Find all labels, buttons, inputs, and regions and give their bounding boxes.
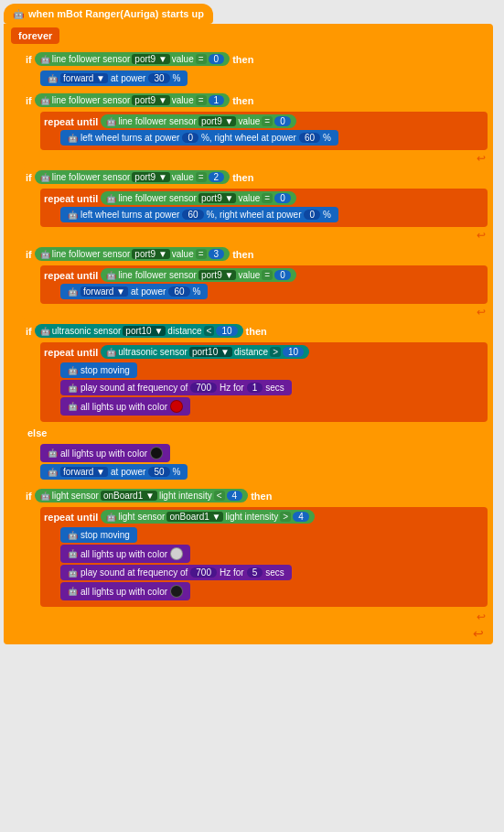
if-keyword-2: if xyxy=(26,95,32,106)
repeat-until-light: repeat until 🤖 light sensor onBoard1 ▼ l… xyxy=(40,507,488,607)
if-keyword-3: if xyxy=(26,172,32,183)
stop-moving-label: stop moving xyxy=(80,365,130,375)
forever-wrapper: forever if 🤖 line follower sensor port9 … xyxy=(4,24,493,644)
color-dot-dark[interactable] xyxy=(170,585,183,598)
forward-icon-1: 🤖 xyxy=(48,74,58,83)
if-block-4: if 🤖 line follower sensor port9 ▼ value … xyxy=(22,244,489,319)
sc1-label: value xyxy=(172,54,194,64)
then-keyword-3: then xyxy=(232,172,253,183)
repeat-cond-light[interactable]: 🤖 light sensor onBoard1 ▼ light intensit… xyxy=(101,510,314,524)
stop-moving-action[interactable]: 🤖 stop moving xyxy=(60,362,137,378)
lights-black-action[interactable]: 🤖 all lights up with color xyxy=(40,444,170,462)
forever-label: forever xyxy=(18,30,52,41)
hat-block[interactable]: 🤖 when mBot Ranger(Auriga) starts up xyxy=(4,4,213,24)
corner-4: ↩ xyxy=(22,306,489,319)
corner-2: ↩ xyxy=(22,152,489,165)
forever-block[interactable]: forever xyxy=(11,27,59,44)
if-keyword-1: if xyxy=(26,54,32,65)
if-keyword-4: if xyxy=(26,249,32,260)
sensor-condition-ultra[interactable]: 🤖 ultrasonic sensor port10 ▼ distance < … xyxy=(35,324,243,338)
repeat-until-ultra: repeat until 🤖 ultrasonic sensor port10 … xyxy=(40,342,488,422)
repeat-cond-ultra[interactable]: 🤖 ultrasonic sensor port10 ▼ distance > … xyxy=(101,345,309,359)
at-power-1: at power xyxy=(111,73,145,83)
if-body-ultra: repeat until 🤖 ultrasonic sensor port10 … xyxy=(38,340,489,426)
color-dot-black[interactable] xyxy=(150,447,163,459)
if-body-1: 🤖 forward ▼ at power 30 % xyxy=(38,69,489,88)
sc1-value[interactable]: 0 xyxy=(209,54,225,64)
color-dot-white[interactable] xyxy=(170,547,183,560)
repeat-cond-2[interactable]: 🤖 line follower sensor port9 ▼ value = 0 xyxy=(101,114,295,128)
play-sound-action[interactable]: 🤖 play sound at frequency of 700 Hz for … xyxy=(60,380,292,395)
if-keyword-ultra: if xyxy=(26,326,32,337)
corner-light: ↩ xyxy=(22,610,489,623)
repeat-until-3: repeat until 🤖 line follower sensor port… xyxy=(40,189,488,227)
forward-50-action[interactable]: 🤖 forward ▼ at power 50 % xyxy=(40,464,188,480)
if-block-ultrasonic: if 🤖 ultrasonic sensor port10 ▼ distance… xyxy=(22,321,489,483)
sensor-condition-4[interactable]: 🤖 line follower sensor port9 ▼ value = 3 xyxy=(35,247,230,261)
if-condition-row-1: if 🤖 line follower sensor port9 ▼ value … xyxy=(22,49,489,69)
then-keyword-1: then xyxy=(232,54,253,65)
corner-3: ↩ xyxy=(22,229,489,242)
if-condition-row-2: if 🤖 line follower sensor port9 ▼ value … xyxy=(22,91,489,110)
if-block-1: if 🤖 line follower sensor port9 ▼ value … xyxy=(22,49,489,88)
wheel-action-2[interactable]: 🤖 left wheel turns at power 0 %, right w… xyxy=(60,130,338,146)
if-block-light: if 🤖 light sensor onBoard1 ▼ light inten… xyxy=(22,486,489,623)
repeat-cond-4[interactable]: 🤖 line follower sensor port9 ▼ value = 0 xyxy=(101,268,295,282)
repeat-cond-3[interactable]: 🤖 line follower sensor port9 ▼ value = 0 xyxy=(101,191,295,205)
if-keyword-light: if xyxy=(26,491,32,502)
sensor-condition-light[interactable]: 🤖 light sensor onBoard1 ▼ light intensit… xyxy=(35,489,248,502)
lights-dark-action[interactable]: 🤖 all lights up with color xyxy=(60,582,190,600)
repeat-until-4: repeat until 🤖 line follower sensor port… xyxy=(40,265,488,304)
forward-dir-1[interactable]: forward ▼ xyxy=(60,73,108,83)
if-body-light: repeat until 🤖 light sensor onBoard1 ▼ l… xyxy=(38,505,489,610)
sc1-port[interactable]: port9 ▼ xyxy=(132,54,169,64)
sensor-condition-3[interactable]: 🤖 line follower sensor port9 ▼ value = 2 xyxy=(35,170,230,184)
then-keyword-light: then xyxy=(251,491,272,502)
sensor-condition-2[interactable]: 🤖 line follower sensor port9 ▼ value = 1 xyxy=(35,93,230,107)
robot-icon-2: 🤖 xyxy=(40,96,50,105)
wheel-action-3[interactable]: 🤖 left wheel turns at power 60 %, right … xyxy=(60,207,338,222)
then-keyword-4: then xyxy=(232,249,253,260)
power-val-1[interactable]: 30 xyxy=(148,73,169,83)
hat-label: when mBot Ranger(Auriga) starts up xyxy=(28,8,204,19)
else-label: else xyxy=(22,426,489,440)
if-condition-row-ultra: if 🤖 ultrasonic sensor port10 ▼ distance… xyxy=(22,321,489,340)
sensor-condition-1[interactable]: 🤖 line follower sensor port9 ▼ value = 0 xyxy=(35,52,230,66)
if-condition-row-3: if 🤖 line follower sensor port9 ▼ value … xyxy=(22,167,489,187)
lights-white-action[interactable]: 🤖 all lights up with color xyxy=(60,545,190,563)
forward-action-4[interactable]: 🤖 forward ▼ at power 60 % xyxy=(60,284,208,299)
else-body: 🤖 all lights up with color 🤖 forward ▼ a… xyxy=(38,440,489,483)
if-body-4: repeat until 🤖 line follower sensor port… xyxy=(38,264,489,306)
action-forward-1[interactable]: 🤖 forward ▼ at power 30 % xyxy=(40,70,188,86)
lights-red-action[interactable]: 🤖 all lights up with color xyxy=(60,397,190,416)
if-block-3: if 🤖 line follower sensor port9 ▼ value … xyxy=(22,167,489,242)
hat-icon: 🤖 xyxy=(13,9,24,19)
if-condition-row-light: if 🤖 light sensor onBoard1 ▼ light inten… xyxy=(22,486,489,505)
sc1-sensor: line follower sensor xyxy=(52,54,131,64)
robot-icon-1: 🤖 xyxy=(40,55,50,64)
if-body-2: repeat until 🤖 line follower sensor port… xyxy=(38,110,489,152)
if-condition-row-4: if 🤖 line follower sensor port9 ▼ value … xyxy=(22,244,489,264)
play-sound-light[interactable]: 🤖 play sound at frequency of 700 Hz for … xyxy=(60,565,292,580)
percent-1: % xyxy=(173,73,181,83)
repeat-keyword-3: repeat until xyxy=(44,193,98,204)
forever-bottom-corner: ↩ xyxy=(11,626,489,641)
color-dot-red[interactable] xyxy=(170,400,183,413)
repeat-keyword-2: repeat until xyxy=(44,116,98,127)
if-block-2: if 🤖 line follower sensor port9 ▼ value … xyxy=(22,91,489,165)
then-keyword-ultra: then xyxy=(246,326,267,337)
repeat-until-2: repeat until 🤖 line follower sensor port… xyxy=(40,112,488,150)
sc1-eq: = xyxy=(196,54,207,64)
repeat-keyword-4: repeat until xyxy=(44,270,98,281)
if-body-3: repeat until 🤖 line follower sensor port… xyxy=(38,187,489,229)
stop-moving-light[interactable]: 🤖 stop moving xyxy=(60,527,137,543)
then-keyword-2: then xyxy=(232,95,253,106)
